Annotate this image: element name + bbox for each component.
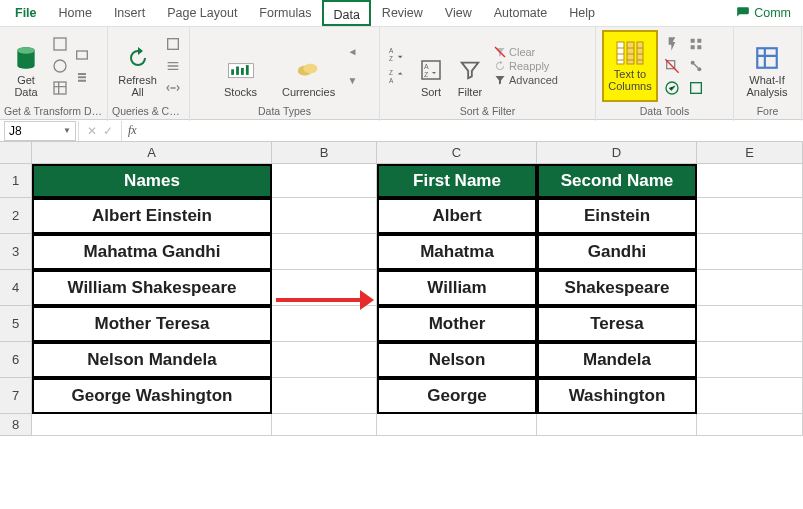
cell[interactable]: Mahatma — [377, 234, 537, 270]
edit-links-icon[interactable] — [163, 78, 183, 98]
cell[interactable]: George Washington — [32, 378, 272, 414]
cell[interactable]: Mother — [377, 306, 537, 342]
row-header[interactable]: 2 — [0, 198, 32, 234]
cell[interactable]: Teresa — [537, 306, 697, 342]
relationships-icon[interactable] — [686, 56, 706, 76]
data-validation-icon[interactable] — [662, 78, 682, 98]
cell[interactable] — [272, 198, 377, 234]
refresh-all-button[interactable]: Refresh All — [114, 32, 161, 100]
cell[interactable] — [697, 378, 803, 414]
text-to-columns-button[interactable]: Text to Columns — [602, 30, 658, 102]
row-header[interactable]: 3 — [0, 234, 32, 270]
flash-fill-icon[interactable] — [662, 34, 682, 54]
filter-button[interactable]: Filter — [450, 32, 490, 100]
comments-button[interactable]: Comm — [728, 6, 799, 20]
row-header[interactable]: 7 — [0, 378, 32, 414]
col-header-b[interactable]: B — [272, 142, 377, 164]
cell[interactable] — [272, 164, 377, 198]
cell[interactable] — [32, 414, 272, 436]
cell[interactable] — [537, 414, 697, 436]
cell[interactable]: Mandela — [537, 342, 697, 378]
tab-formulas[interactable]: Formulas — [248, 0, 322, 26]
svg-text:Z: Z — [424, 71, 429, 78]
remove-dup-icon[interactable] — [662, 56, 682, 76]
cell[interactable]: George — [377, 378, 537, 414]
recent-sources-icon[interactable] — [72, 45, 92, 65]
from-text-icon[interactable] — [50, 34, 70, 54]
tab-help[interactable]: Help — [558, 0, 606, 26]
svg-text:Z: Z — [389, 69, 393, 76]
tab-home[interactable]: Home — [48, 0, 103, 26]
cell[interactable] — [697, 198, 803, 234]
cell[interactable] — [697, 234, 803, 270]
data-type-next-icon[interactable]: ▼ — [348, 75, 358, 86]
cell[interactable] — [697, 270, 803, 306]
col-header-c[interactable]: C — [377, 142, 537, 164]
tab-file[interactable]: File — [4, 0, 48, 26]
row-header[interactable]: 8 — [0, 414, 32, 436]
clear-filter-button[interactable]: Clear — [494, 46, 558, 58]
reapply-button[interactable]: Reapply — [494, 60, 558, 72]
cell[interactable]: First Name — [377, 164, 537, 198]
currencies-button[interactable]: Currencies — [280, 32, 338, 100]
cancel-icon[interactable]: ✕ — [87, 124, 97, 138]
tab-review[interactable]: Review — [371, 0, 434, 26]
existing-conn-icon[interactable] — [72, 67, 92, 87]
consolidate-icon[interactable] — [686, 34, 706, 54]
sort-desc-icon[interactable]: ZA — [386, 67, 408, 87]
name-box[interactable]: J8 ▼ — [4, 121, 76, 141]
data-model-icon[interactable] — [686, 78, 706, 98]
cell[interactable]: William Shakespeare — [32, 270, 272, 306]
name-box-dropdown-icon[interactable]: ▼ — [63, 126, 71, 135]
fx-label[interactable]: fx — [122, 123, 143, 138]
cell[interactable]: Albert Einstein — [32, 198, 272, 234]
cell[interactable]: Albert — [377, 198, 537, 234]
get-data-button[interactable]: Get Data — [6, 32, 46, 100]
cell[interactable]: Washington — [537, 378, 697, 414]
advanced-filter-button[interactable]: Advanced — [494, 74, 558, 86]
col-header-a[interactable]: A — [32, 142, 272, 164]
tab-automate[interactable]: Automate — [483, 0, 559, 26]
cell[interactable]: Einstein — [537, 198, 697, 234]
cell[interactable]: Nelson Mandela — [32, 342, 272, 378]
cell[interactable]: Nelson — [377, 342, 537, 378]
from-web-icon[interactable] — [50, 56, 70, 76]
cell[interactable] — [272, 378, 377, 414]
tab-page-layout[interactable]: Page Layout — [156, 0, 248, 26]
sort-asc-icon[interactable]: AZ — [386, 45, 408, 65]
cell[interactable] — [272, 234, 377, 270]
cell[interactable]: Names — [32, 164, 272, 198]
data-type-prev-icon[interactable]: ◄ — [348, 46, 358, 57]
cell[interactable] — [697, 306, 803, 342]
what-if-button[interactable]: What-If Analysis — [740, 32, 794, 100]
cell[interactable] — [697, 164, 803, 198]
tab-view[interactable]: View — [434, 0, 483, 26]
cell[interactable] — [272, 414, 377, 436]
cell[interactable]: Mother Teresa — [32, 306, 272, 342]
row-header[interactable]: 4 — [0, 270, 32, 306]
cell[interactable]: Second Name — [537, 164, 697, 198]
queries-conn-icon[interactable] — [163, 34, 183, 54]
select-all-cell[interactable] — [0, 142, 32, 164]
cell[interactable]: Gandhi — [537, 234, 697, 270]
formula-input[interactable] — [143, 121, 803, 141]
cell[interactable]: Shakespeare — [537, 270, 697, 306]
cell[interactable] — [697, 342, 803, 378]
cell[interactable]: Mahatma Gandhi — [32, 234, 272, 270]
col-header-d[interactable]: D — [537, 142, 697, 164]
row-header[interactable]: 6 — [0, 342, 32, 378]
col-header-e[interactable]: E — [697, 142, 803, 164]
row-header[interactable]: 5 — [0, 306, 32, 342]
cell[interactable] — [377, 414, 537, 436]
stocks-button[interactable]: Stocks — [212, 32, 270, 100]
properties-icon[interactable] — [163, 56, 183, 76]
tab-data[interactable]: Data — [322, 0, 370, 26]
cell[interactable]: William — [377, 270, 537, 306]
tab-insert[interactable]: Insert — [103, 0, 156, 26]
row-header[interactable]: 1 — [0, 164, 32, 198]
enter-icon[interactable]: ✓ — [103, 124, 113, 138]
cell[interactable] — [697, 414, 803, 436]
from-table-icon[interactable] — [50, 78, 70, 98]
cell[interactable] — [272, 342, 377, 378]
sort-button[interactable]: AZ Sort — [412, 32, 450, 100]
